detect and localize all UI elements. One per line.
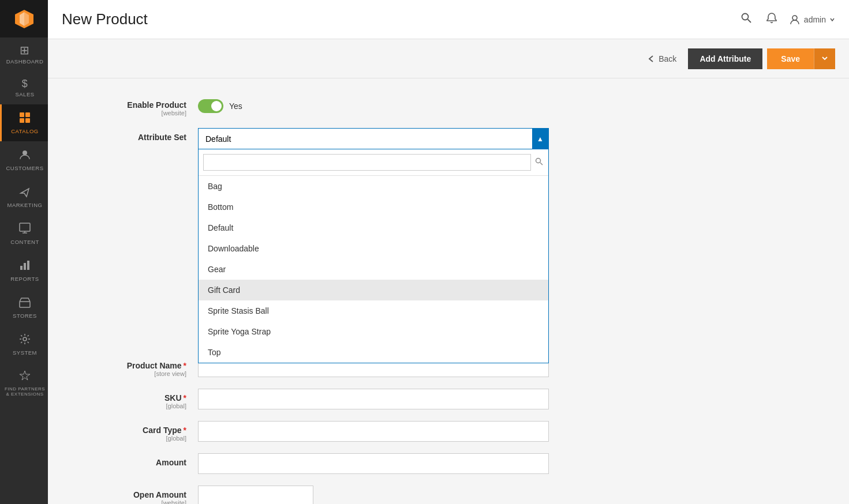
svg-line-19 bbox=[540, 163, 543, 165]
svg-rect-10 bbox=[24, 263, 26, 270]
card-type-sublabel: [global] bbox=[71, 435, 186, 442]
attribute-set-select[interactable]: Default ▲ bbox=[198, 128, 549, 149]
svg-point-17 bbox=[792, 16, 797, 20]
svg-rect-8 bbox=[20, 223, 30, 231]
required-marker: * bbox=[184, 393, 186, 403]
sidebar-item-system[interactable]: SYSTEM bbox=[0, 326, 48, 363]
dropdown-item-gift-card[interactable]: Gift Card bbox=[199, 280, 548, 300]
sku-input[interactable] bbox=[198, 389, 549, 409]
sku-control bbox=[198, 389, 590, 409]
sidebar-item-dashboard[interactable]: ⊞ DASHBOARD bbox=[0, 37, 48, 72]
svg-rect-9 bbox=[20, 266, 23, 270]
dropdown-item-bag[interactable]: Bag bbox=[199, 176, 548, 197]
sidebar-item-label: CONTENT bbox=[10, 239, 39, 245]
admin-label: admin bbox=[804, 15, 826, 24]
dropdown-arrow-icon bbox=[829, 17, 835, 22]
dropdown-search-icon bbox=[534, 157, 544, 168]
dropdown-item-top[interactable]: Top bbox=[199, 342, 548, 363]
save-dropdown-button[interactable] bbox=[814, 48, 835, 69]
bell-icon bbox=[766, 12, 777, 24]
catalog-icon bbox=[18, 111, 31, 126]
sidebar-item-catalog[interactable]: CATALOG bbox=[0, 104, 48, 141]
open-amount-input[interactable] bbox=[198, 486, 313, 504]
admin-menu[interactable]: admin bbox=[789, 14, 835, 25]
notifications-button[interactable] bbox=[764, 10, 780, 29]
dropdown-item-bottom[interactable]: Bottom bbox=[199, 197, 548, 217]
open-amount-sublabel: [website] bbox=[71, 499, 186, 504]
header-actions: admin bbox=[738, 10, 835, 29]
sidebar-item-marketing[interactable]: MARKETING bbox=[0, 178, 48, 215]
svg-point-15 bbox=[742, 14, 748, 20]
enable-product-toggle[interactable] bbox=[198, 99, 223, 113]
sidebar-item-reports[interactable]: REPORTS bbox=[0, 252, 48, 289]
system-icon bbox=[18, 333, 31, 347]
dropdown-item-sprite-stasis-ball[interactable]: Sprite Stasis Ball bbox=[199, 300, 548, 321]
enable-product-control: Yes bbox=[198, 96, 590, 113]
attribute-set-dropdown: Bag Bottom Default Downloadable Gear Gif… bbox=[198, 149, 549, 363]
svg-rect-12 bbox=[20, 302, 30, 307]
sku-sublabel: [global] bbox=[71, 403, 186, 409]
enable-product-sublabel: [website] bbox=[71, 110, 186, 116]
card-type-input[interactable] bbox=[198, 421, 549, 442]
select-arrow-icon: ▲ bbox=[532, 129, 548, 149]
toggle-slider bbox=[198, 99, 223, 113]
stores-icon bbox=[18, 296, 31, 310]
product-name-label-col: Product Name* [store view] bbox=[71, 356, 198, 377]
save-button[interactable]: Save bbox=[767, 48, 814, 69]
dropdown-item-gear[interactable]: Gear bbox=[199, 259, 548, 280]
find-partners-icon bbox=[18, 370, 31, 384]
sku-row: SKU* [global] bbox=[71, 389, 590, 409]
sales-icon: $ bbox=[22, 78, 28, 89]
card-type-label-col: Card Type* [global] bbox=[71, 421, 198, 442]
open-amount-label-col: Open Amount [website] bbox=[71, 486, 198, 504]
dropdown-item-default[interactable]: Default bbox=[199, 217, 548, 238]
sidebar-item-sales[interactable]: $ SALES bbox=[0, 72, 48, 104]
back-arrow-icon bbox=[647, 55, 655, 63]
amount-input[interactable] bbox=[198, 453, 549, 474]
sidebar-item-label: STORES bbox=[13, 313, 37, 319]
product-form: Enable Product [website] Yes Att bbox=[71, 96, 590, 504]
save-dropdown-arrow-icon bbox=[821, 55, 828, 62]
svg-rect-6 bbox=[25, 118, 30, 123]
svg-point-13 bbox=[23, 337, 27, 341]
amount-control bbox=[198, 453, 590, 474]
dropdown-item-downloadable[interactable]: Downloadable bbox=[199, 238, 548, 259]
amount-label: Amount bbox=[71, 458, 186, 467]
top-header: New Product admin bbox=[48, 0, 849, 39]
open-amount-row: Open Amount [website] bbox=[71, 486, 590, 504]
sidebar-item-label: MARKETING bbox=[8, 202, 43, 208]
dropdown-search-input[interactable] bbox=[203, 154, 531, 171]
open-amount-control bbox=[198, 486, 590, 504]
svg-point-7 bbox=[23, 151, 27, 155]
product-name-sublabel: [store view] bbox=[71, 370, 186, 377]
marketing-icon bbox=[18, 185, 31, 200]
sidebar-item-label: FIND PARTNERS & EXTENSIONS bbox=[4, 386, 46, 397]
dashboard-icon: ⊞ bbox=[20, 44, 30, 56]
product-name-label: Product Name* bbox=[71, 361, 186, 370]
enable-product-toggle-container: Yes bbox=[198, 96, 590, 113]
svg-rect-5 bbox=[20, 118, 24, 123]
content-area: Enable Product [website] Yes Att bbox=[48, 78, 849, 504]
sidebar-item-label: CATALOG bbox=[11, 128, 39, 134]
save-button-container: Save bbox=[767, 48, 835, 69]
attribute-set-label: Attribute Set bbox=[71, 133, 186, 142]
sidebar-logo bbox=[0, 0, 48, 37]
sidebar-item-find-partners[interactable]: FIND PARTNERS & EXTENSIONS bbox=[0, 363, 48, 404]
dropdown-item-sprite-yoga-strap[interactable]: Sprite Yoga Strap bbox=[199, 321, 548, 342]
page-title: New Product bbox=[62, 10, 148, 28]
search-button[interactable] bbox=[738, 10, 754, 29]
sidebar-item-customers[interactable]: CUSTOMERS bbox=[0, 141, 48, 178]
sidebar-item-stores[interactable]: STORES bbox=[0, 289, 48, 326]
card-type-row: Card Type* [global] bbox=[71, 421, 590, 442]
svg-point-18 bbox=[536, 159, 541, 163]
attribute-set-label-col: Attribute Set bbox=[71, 128, 198, 142]
sidebar-item-content[interactable]: CONTENT bbox=[0, 215, 48, 252]
user-icon bbox=[789, 14, 801, 25]
main-content: New Product admin Back Add Attribute Sav… bbox=[48, 0, 849, 504]
svg-rect-3 bbox=[20, 112, 24, 117]
svg-marker-14 bbox=[20, 371, 30, 380]
back-button[interactable]: Back bbox=[640, 50, 683, 68]
required-marker: * bbox=[184, 361, 186, 370]
add-attribute-button[interactable]: Add Attribute bbox=[688, 48, 762, 69]
toggle-yes-label: Yes bbox=[229, 101, 242, 111]
